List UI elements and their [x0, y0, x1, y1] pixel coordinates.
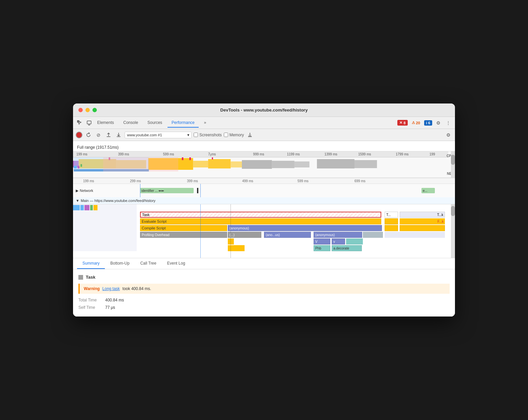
- long-task-link[interactable]: Long task: [103, 286, 120, 291]
- tick-699ms: 699 ms: [354, 179, 366, 183]
- overview-scrollbar[interactable]: [451, 151, 455, 178]
- small-row: [228, 238, 261, 244]
- svg-rect-15: [354, 160, 377, 168]
- cursor-icon[interactable]: [76, 119, 84, 127]
- anon-block-2[interactable]: (anonymous): [314, 232, 362, 238]
- svg-rect-11: [242, 160, 272, 169]
- anon-block-1[interactable]: (anonymous): [228, 225, 382, 231]
- adecorate-block[interactable]: a.decorate: [332, 245, 362, 251]
- task-block-main[interactable]: Task: [140, 212, 381, 218]
- broom-icon[interactable]: [246, 131, 254, 139]
- flamechart-scrollbar[interactable]: [451, 204, 455, 258]
- capture-settings-icon[interactable]: ⚙: [444, 131, 452, 139]
- svg-rect-0: [77, 121, 79, 122]
- phb-label: Phb: [315, 247, 321, 250]
- url-selector[interactable]: www.youtube.com #1 ▾: [125, 132, 192, 138]
- record-button[interactable]: [76, 132, 82, 138]
- tab-icons: [76, 119, 93, 127]
- svg-rect-8: [193, 161, 208, 167]
- flamechart-area: ▼ Main — https://www.youtube.com/feed/hi…: [73, 197, 455, 258]
- timeline-overview[interactable]: 199 ms 399 ms 599 ms 7||ms 999 ms 1199 m…: [73, 151, 455, 178]
- phb-block[interactable]: Phb: [314, 245, 330, 251]
- flamechart-scrollbar-thumb[interactable]: [451, 206, 455, 216]
- compile-right-2: [400, 225, 445, 231]
- warning-badge[interactable]: ⚠ 20: [410, 120, 422, 126]
- flamechart[interactable]: Task T... T...k Evaluate Script F...k Co…: [73, 204, 455, 258]
- window-title: DevTools - www.youtube.com/feed/history: [220, 108, 308, 113]
- reload-record-icon[interactable]: [84, 131, 92, 139]
- anous-block[interactable]: (ano...us): [264, 232, 311, 238]
- svg-rect-12: [272, 161, 294, 168]
- window-controls: [78, 108, 97, 112]
- pre-blocks: [73, 205, 137, 210]
- v-lower-label: v: [333, 240, 335, 243]
- summary-title-text: Task: [86, 275, 95, 280]
- info-badge[interactable]: i 6: [424, 120, 432, 126]
- mini-purple-1: [84, 205, 89, 210]
- tab-elements[interactable]: Elements: [93, 118, 118, 128]
- close-button[interactable]: [78, 108, 83, 112]
- screenshots-checkbox[interactable]: [194, 133, 198, 137]
- tab-more[interactable]: »: [200, 118, 210, 128]
- settings-icon[interactable]: ⚙: [434, 119, 442, 127]
- tab-performance[interactable]: Performance: [168, 118, 199, 128]
- inspect-icon[interactable]: [85, 119, 93, 127]
- devtools-window: DevTools - www.youtube.com/feed/history: [73, 103, 455, 317]
- main-url: Main — https://www.youtube.com/feed/hist…: [81, 199, 155, 203]
- bottom-tabs: Summary Bottom-Up Call Tree Event Log: [73, 258, 455, 269]
- mini-yellow-1: [93, 205, 97, 210]
- svg-rect-10: [230, 161, 242, 167]
- download-icon[interactable]: [115, 131, 123, 139]
- tab-event-log[interactable]: Event Log: [162, 258, 191, 269]
- performance-toolbar: ⊘ www.youtube.com #1 ▾ Screenshots: [73, 129, 455, 141]
- right-blocks: T...k: [400, 212, 445, 218]
- upload-icon[interactable]: [105, 131, 113, 139]
- tab-sources[interactable]: Sources: [143, 118, 166, 128]
- anon-label: (anonymous): [229, 226, 249, 230]
- svg-rect-1: [87, 121, 91, 124]
- maximize-button[interactable]: [92, 108, 97, 112]
- compile-block[interactable]: Compile Script: [140, 225, 227, 231]
- error-badge[interactable]: ✕ 8: [397, 120, 407, 126]
- svg-rect-2: [88, 125, 90, 125]
- screenshots-label: Screenshots: [199, 133, 222, 137]
- profiling-label: Profiling Overhead: [142, 233, 170, 237]
- v-lower-block[interactable]: v: [332, 238, 345, 244]
- overview-scrollbar-thumb[interactable]: [451, 155, 455, 165]
- compile-label: Compile Script: [142, 226, 166, 230]
- tab-bottom-up[interactable]: Bottom-Up: [105, 258, 135, 269]
- teal-block: [346, 238, 363, 244]
- url-dropdown-icon[interactable]: ▾: [187, 133, 189, 137]
- anous-label: (ano...us): [266, 233, 280, 237]
- svg-rect-13: [294, 161, 310, 167]
- more-icon[interactable]: ⋮: [444, 119, 452, 127]
- task-block-t[interactable]: T...: [385, 212, 398, 218]
- full-range-label: Full range (1917.51ms): [73, 144, 455, 151]
- network-bar-2: e...: [421, 188, 435, 193]
- tab-call-tree[interactable]: Call Tree: [135, 258, 162, 269]
- flamechart-cursor-2: [230, 204, 231, 258]
- minimize-button[interactable]: [85, 108, 90, 112]
- network-label-text: Network: [80, 189, 93, 193]
- evaluate-block[interactable]: Evaluate Script: [140, 218, 381, 224]
- anon-dots-block[interactable]: (...): [228, 232, 261, 238]
- timeline-area: Full range (1917.51ms) 199 ms 399 ms 599…: [73, 141, 455, 197]
- summary-title-row: Task: [78, 275, 450, 280]
- memory-checkbox[interactable]: [224, 133, 228, 137]
- main-label: ▼ Main — https://www.youtube.com/feed/hi…: [73, 197, 455, 204]
- tab-console[interactable]: Console: [119, 118, 142, 128]
- tab-summary[interactable]: Summary: [77, 258, 105, 269]
- compile-right-1: [385, 225, 398, 231]
- profiling-block[interactable]: Profiling Overhead: [140, 232, 227, 238]
- clear-icon[interactable]: ⊘: [94, 131, 103, 139]
- total-time-row: Total Time 400.84 ms: [78, 296, 450, 304]
- memory-label: Memory: [229, 133, 244, 137]
- task-t-label: T...: [386, 213, 391, 217]
- overview-section: 199 ms 399 ms 599 ms 7||ms 999 ms 1199 m…: [73, 151, 455, 178]
- devtools-body: Elements Console Sources Performance » ✕…: [73, 117, 455, 317]
- network-bar2-label: e...: [423, 189, 427, 193]
- v-block[interactable]: V: [314, 238, 330, 244]
- title-bar: DevTools - www.youtube.com/feed/history: [73, 103, 455, 117]
- tab-toolbar: Elements Console Sources Performance » ✕…: [73, 117, 455, 129]
- evaluate-fk-block: F...k: [400, 218, 445, 224]
